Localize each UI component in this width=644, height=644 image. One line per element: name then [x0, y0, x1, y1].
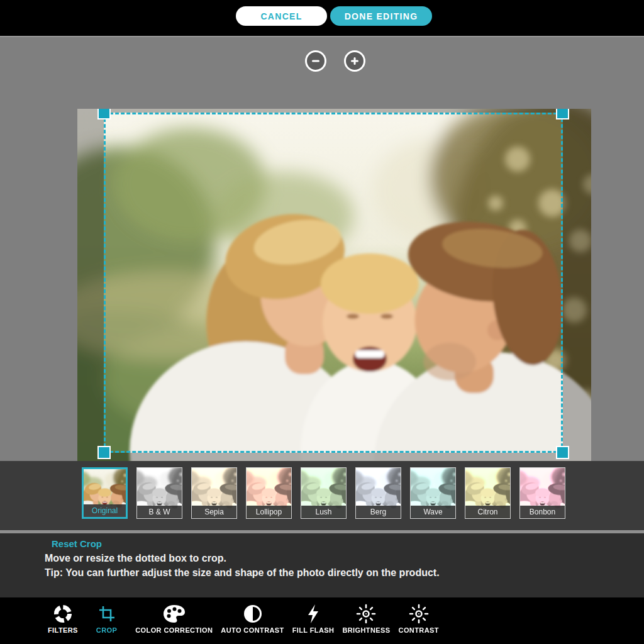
crop-handle-bottom-right[interactable] [556, 446, 569, 459]
crop-instructions-panel: Reset Crop Move or resize the dotted box… [0, 533, 644, 597]
tool-crop[interactable]: CROP [96, 603, 117, 634]
tool-label: CROP [96, 626, 117, 634]
zoom-out-button[interactable] [305, 50, 326, 72]
top-bar: CANCEL DONE EDITING [0, 0, 644, 36]
cancel-button[interactable]: CANCEL [236, 6, 327, 26]
tool-auto-contrast[interactable]: AUTO CONTRAST [221, 603, 284, 634]
photo-preview [77, 109, 591, 462]
reset-crop-link[interactable]: Reset Crop [52, 538, 102, 549]
crop-instruction-text: Move or resize the dotted box to crop. [45, 553, 226, 564]
tool-color-correction[interactable]: COLOR CORRECTION [135, 603, 213, 634]
filter-thumb-citron[interactable]: Citron [465, 467, 511, 519]
crop-handle-top-left[interactable] [97, 109, 111, 119]
filter-label: Berg [356, 506, 401, 518]
lightning-icon [307, 603, 319, 625]
filter-label: B & W [137, 506, 182, 518]
tool-filters[interactable]: FILTERS [48, 603, 78, 634]
tool-label: FILL FLASH [292, 626, 335, 634]
crop-tip-text: Tip: You can further adjust the size and… [45, 567, 440, 579]
filter-thumb-bonbon[interactable]: Bonbon [519, 467, 565, 519]
crop-handle-top-right[interactable] [556, 109, 569, 119]
filter-thumb-wave[interactable]: Wave [410, 467, 456, 519]
filter-thumb-lush[interactable]: Lush [301, 467, 347, 519]
tool-label: BRIGHTNESS [342, 626, 390, 634]
aperture-icon [53, 603, 73, 625]
plus-icon [350, 56, 360, 66]
tool-label: COLOR CORRECTION [135, 626, 213, 634]
filter-label: Lollipop [247, 506, 291, 518]
filter-thumb-berg[interactable]: Berg [355, 467, 401, 519]
palette-icon [163, 603, 186, 625]
filter-thumb-lollipop[interactable]: Lollipop [246, 467, 292, 519]
filter-label: Original [84, 504, 126, 517]
crop-box[interactable] [104, 113, 563, 453]
crop-icon [98, 603, 116, 625]
tool-label: FILTERS [48, 626, 78, 634]
filter-label: Lush [301, 506, 346, 518]
filter-thumb-original[interactable]: Original [82, 467, 128, 519]
half-circle-icon [243, 603, 262, 625]
filter-thumb-sepia[interactable]: Sepia [191, 467, 237, 519]
done-editing-button[interactable]: DONE EDITING [330, 6, 432, 26]
filter-label: Citron [465, 506, 510, 518]
sun-icon [409, 603, 429, 625]
filter-label: Bonbon [520, 506, 565, 518]
filter-label: Wave [411, 506, 455, 518]
tool-label: CONTRAST [399, 626, 439, 634]
crop-handle-bottom-left[interactable] [97, 446, 111, 459]
minus-icon [311, 56, 321, 66]
tool-label: AUTO CONTRAST [221, 626, 284, 634]
photo-editor-app: CANCEL DONE EDITING [0, 0, 644, 644]
filter-label: Sepia [192, 506, 236, 518]
sun-icon [356, 603, 376, 625]
filter-thumb-bw[interactable]: B & W [136, 467, 182, 519]
editor-canvas [0, 36, 644, 461]
tool-contrast[interactable]: CONTRAST [399, 603, 439, 634]
tool-brightness[interactable]: BRIGHTNESS [342, 603, 390, 634]
zoom-in-button[interactable] [344, 50, 365, 72]
tool-fill-flash[interactable]: FILL FLASH [292, 603, 335, 634]
bottom-toolbar: FILTERS CROP COLOR CORREC [0, 597, 644, 644]
filter-strip: Original B & W Sepia Lollipop Lush Berg … [0, 461, 644, 530]
